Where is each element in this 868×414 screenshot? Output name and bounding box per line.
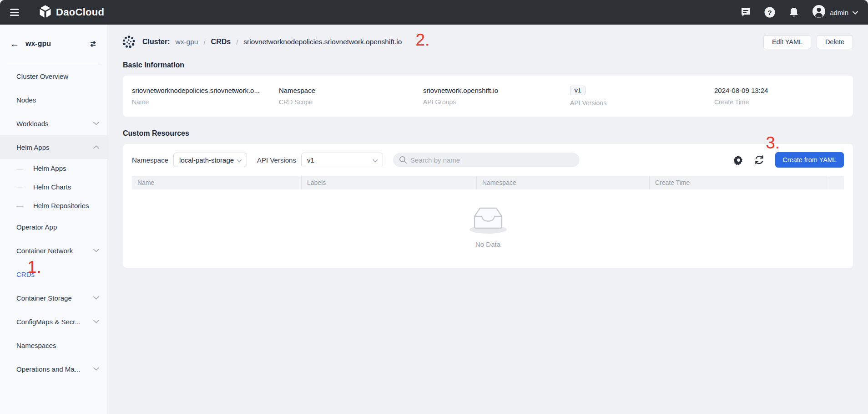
sidebar-item-helm-apps[interactable]: —Helm Apps xyxy=(0,159,107,178)
basic-info-api-versions: v1 API Versions xyxy=(570,86,714,107)
chevron-down-icon xyxy=(93,320,99,323)
sidebar: ← wx-gpu Cluster Overview Nodes Workload… xyxy=(0,25,108,414)
edit-yaml-button[interactable]: Edit YAML xyxy=(763,35,811,49)
chevron-down-icon xyxy=(853,8,858,16)
table-header: Name Labels Namespace Create Time xyxy=(132,176,844,189)
empty-state: No Data xyxy=(132,201,844,248)
chevron-down-icon xyxy=(93,249,99,252)
back-arrow-icon[interactable]: ← xyxy=(10,39,19,48)
app-window: DaoCloud ? admin xyxy=(0,0,868,414)
api-version-tag: v1 xyxy=(570,86,585,95)
settings-gear-icon[interactable] xyxy=(734,155,743,165)
filter-row: Namespace local-path-storage API Version… xyxy=(132,152,844,168)
cluster-dots-icon xyxy=(123,36,135,49)
switch-cluster-icon[interactable] xyxy=(89,40,97,48)
breadcrumb-current: sriovnetworknodepolicies.sriovnetwork.op… xyxy=(243,38,402,46)
column-header-namespace[interactable]: Namespace xyxy=(477,176,650,189)
sidebar-nav: Cluster Overview Nodes Workloads Helm Ap… xyxy=(0,63,107,381)
breadcrumb-crds-link[interactable]: CRDs xyxy=(211,38,231,46)
custom-resources-card: 3. Namespace local-path-storage API Vers… xyxy=(123,144,853,268)
annotation-2: 2. xyxy=(415,31,429,48)
sidebar-item-workloads[interactable]: Workloads xyxy=(0,112,107,135)
basic-info-name: sriovnetworknodepolicies.sriovnetwork.o.… xyxy=(132,87,279,106)
api-versions-select[interactable]: v1 xyxy=(301,153,383,167)
breadcrumb-row: Cluster: wx-gpu / CRDs / sriovnetworknod… xyxy=(123,25,853,59)
brand-logo[interactable]: DaoCloud xyxy=(39,5,104,20)
breadcrumb-cluster-link[interactable]: wx-gpu xyxy=(175,38,198,46)
sidebar-item-helm-apps-group[interactable]: Helm Apps xyxy=(0,135,107,159)
main-content: Cluster: wx-gpu / CRDs / sriovnetworknod… xyxy=(108,25,868,414)
create-from-yaml-button[interactable]: Create from YAML xyxy=(775,152,844,168)
search-icon xyxy=(399,156,407,166)
sidebar-item-cluster-overview[interactable]: Cluster Overview xyxy=(0,64,107,88)
sidebar-cluster-name: wx-gpu xyxy=(25,40,82,48)
empty-state-label: No Data xyxy=(475,240,500,248)
column-header-name[interactable]: Name xyxy=(132,176,302,189)
svg-text:?: ? xyxy=(768,9,772,16)
sidebar-item-namespaces[interactable]: Namespaces xyxy=(0,333,107,357)
notifications-bell-icon[interactable] xyxy=(788,6,800,18)
sidebar-item-operator-app[interactable]: Operator App xyxy=(0,215,107,239)
basic-information-title: Basic Information xyxy=(123,61,853,69)
breadcrumb: Cluster: wx-gpu / CRDs / sriovnetworknod… xyxy=(123,34,763,51)
chevron-down-icon xyxy=(93,122,99,125)
chevron-down-icon xyxy=(93,367,99,371)
sidebar-item-container-network[interactable]: Container Network xyxy=(0,239,107,262)
annotation-1: 1. xyxy=(27,259,41,276)
chevron-down-icon xyxy=(93,296,99,300)
delete-button[interactable]: Delete xyxy=(817,35,853,49)
basic-info-create-time: 2024-08-09 13:24 Create Time xyxy=(714,87,768,106)
refresh-icon[interactable] xyxy=(754,155,764,165)
avatar-icon xyxy=(812,5,826,20)
breadcrumb-cluster-label: Cluster: xyxy=(142,38,170,46)
chevron-down-icon xyxy=(237,156,242,164)
username-label: admin xyxy=(830,9,848,16)
chevron-up-icon xyxy=(93,145,99,149)
api-versions-filter-label: API Versions xyxy=(257,156,296,164)
column-header-create-time[interactable]: Create Time xyxy=(650,176,827,189)
chat-icon[interactable] xyxy=(740,6,752,18)
sidebar-item-nodes[interactable]: Nodes xyxy=(0,88,107,112)
sidebar-item-container-storage[interactable]: Container Storage xyxy=(0,286,107,310)
menu-icon[interactable] xyxy=(10,9,19,16)
daocloud-logo-icon xyxy=(39,5,51,20)
sidebar-item-helm-repositories[interactable]: —Helm Repositories xyxy=(0,196,107,215)
chevron-down-icon xyxy=(373,156,378,164)
column-header-actions xyxy=(827,176,844,189)
empty-inbox-icon xyxy=(466,201,510,238)
brand-name: DaoCloud xyxy=(56,6,104,18)
basic-info-api-groups: sriovnetwork.openshift.io API Groups xyxy=(423,87,570,106)
annotation-3: 3. xyxy=(766,134,780,151)
sidebar-item-configmaps-secrets[interactable]: ConfigMaps & Secr... xyxy=(0,310,107,333)
help-icon[interactable]: ? xyxy=(764,6,776,18)
search-input[interactable] xyxy=(393,153,580,167)
namespace-filter-label: Namespace xyxy=(132,156,168,164)
sidebar-item-helm-charts[interactable]: —Helm Charts xyxy=(0,178,107,196)
user-menu[interactable]: admin xyxy=(812,5,858,20)
basic-information-card: sriovnetworknodepolicies.sriovnetwork.o.… xyxy=(123,76,853,117)
sidebar-item-crds[interactable]: CRDs 1. xyxy=(0,262,107,286)
basic-info-crd-scope: Namespace CRD Scope xyxy=(279,87,423,106)
namespace-select[interactable]: local-path-storage xyxy=(173,153,247,167)
sidebar-item-operations[interactable]: Operations and Ma... xyxy=(0,357,107,381)
column-header-labels[interactable]: Labels xyxy=(302,176,477,189)
topbar: DaoCloud ? admin xyxy=(0,0,868,25)
custom-resources-title: Custom Resources xyxy=(123,129,853,138)
